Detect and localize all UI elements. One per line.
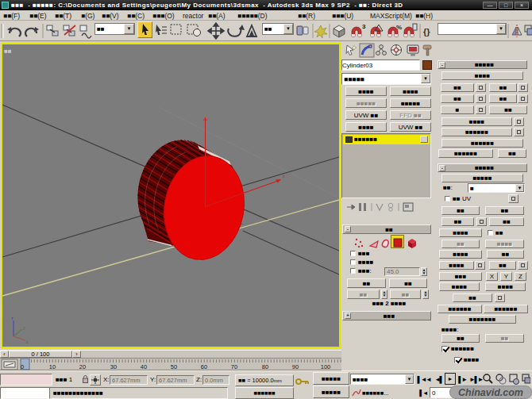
svg-text:20: 20 (79, 363, 86, 370)
svg-text:30: 30 (110, 363, 117, 370)
svg-text:10: 10 (49, 363, 56, 370)
svg-text:x: x (26, 340, 29, 344)
svg-text:x: x (283, 174, 285, 178)
svg-text:y: y (23, 325, 25, 330)
svg-text:80: 80 (262, 363, 268, 370)
svg-text:z: z (11, 316, 13, 320)
svg-text:■■: ■■ (4, 48, 12, 55)
svg-text:%: % (396, 24, 402, 31)
svg-text:3: 3 (362, 23, 366, 30)
svg-text:90: 90 (292, 363, 299, 370)
svg-text:50: 50 (171, 363, 177, 370)
svg-text:{}: {} (423, 27, 430, 36)
svg-text:40: 40 (141, 363, 147, 370)
svg-text:100: 100 (321, 363, 331, 370)
svg-text:60: 60 (201, 363, 207, 370)
svg-text:0: 0 (21, 363, 24, 370)
svg-text:70: 70 (231, 363, 237, 370)
